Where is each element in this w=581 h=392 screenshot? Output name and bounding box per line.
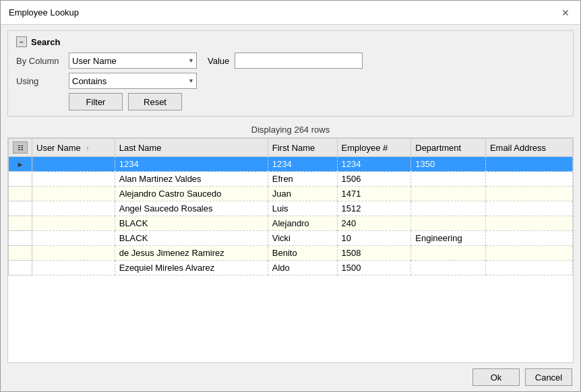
by-column-select[interactable]: User Name Last Name First Name Employee … <box>69 53 197 69</box>
cell-email <box>485 246 572 261</box>
th-firstname-label: First Name <box>272 143 315 153</box>
table-row[interactable]: Alejandro Castro SaucedoJuan1471 <box>9 187 573 201</box>
cell-first_name: Vicki <box>268 231 337 246</box>
table-row[interactable]: Ezequiel Mireles AlvarezAldo1500 <box>9 261 573 275</box>
table-row[interactable]: Alan Martinez ValdesEfren1506 <box>9 172 573 187</box>
filter-button[interactable]: Filter <box>69 93 123 110</box>
th-department[interactable]: Department <box>411 139 486 157</box>
cell-first_name: Luis <box>268 201 337 216</box>
table-container[interactable]: ☷ User Name ↑ Last Name First Name <box>7 137 574 363</box>
cell-email <box>485 172 572 187</box>
reset-button[interactable]: Reset <box>128 93 182 110</box>
cell-first_name: Juan <box>268 187 337 201</box>
th-email[interactable]: Email Address <box>485 139 572 157</box>
close-button[interactable]: ✕ <box>559 6 572 20</box>
cell-last_name: Alejandro Castro Saucedo <box>115 187 268 201</box>
footer: Ok Cancel <box>1 363 580 391</box>
search-section: − Search By Column User Name Last Name F… <box>7 30 574 117</box>
cell-employee_num: 1506 <box>337 172 411 187</box>
cell-last_name: 1234 <box>115 157 268 172</box>
th-department-label: Department <box>415 143 461 153</box>
ok-button[interactable]: Ok <box>472 368 520 386</box>
row-arrow-cell: ► <box>9 157 32 172</box>
cell-employee_num: 1512 <box>337 201 411 216</box>
cell-email <box>485 231 572 246</box>
search-header: − Search <box>16 36 565 47</box>
cell-first_name: 1234 <box>268 157 337 172</box>
cell-employee_num: 1500 <box>337 261 411 275</box>
row-arrow-cell <box>9 201 32 216</box>
collapse-button[interactable]: − <box>16 36 27 47</box>
cell-employee_num: 1471 <box>337 187 411 201</box>
table-row[interactable]: BLACKAlejandro240 <box>9 216 573 231</box>
cell-employee_num: 1234 <box>337 157 411 172</box>
cell-department <box>411 187 486 201</box>
cell-user_name <box>32 201 115 216</box>
employee-table: ☷ User Name ↑ Last Name First Name <box>8 138 573 275</box>
table-row[interactable]: de Jesus Jimenez RamirezBenito1508 <box>9 246 573 261</box>
row-arrow-icon: ► <box>17 160 24 168</box>
value-input[interactable] <box>235 53 363 69</box>
th-username-label: User Name <box>36 143 81 153</box>
table-row[interactable]: BLACKVicki10Engineering <box>9 231 573 246</box>
table-header-row: ☷ User Name ↑ Last Name First Name <box>9 139 573 157</box>
row-arrow-cell <box>9 187 32 201</box>
search-title: Search <box>31 37 60 47</box>
row-arrow-cell <box>9 231 32 246</box>
cell-email <box>485 261 572 275</box>
sort-arrow-icon: ↑ <box>86 145 89 152</box>
cell-department <box>411 261 486 275</box>
cell-user_name <box>32 261 115 275</box>
cell-last_name: BLACK <box>115 231 268 246</box>
cell-first_name: Aldo <box>268 261 337 275</box>
row-arrow-cell <box>9 261 32 275</box>
th-email-label: Email Address <box>490 143 546 153</box>
employee-lookup-dialog: Employee Lookup ✕ − Search By Column Use… <box>0 0 581 392</box>
cancel-button[interactable]: Cancel <box>525 368 572 386</box>
cell-department <box>411 201 486 216</box>
using-select[interactable]: Contains Starts With Equals <box>69 73 197 89</box>
row-arrow-cell <box>9 246 32 261</box>
cell-user_name <box>32 172 115 187</box>
cell-department <box>411 216 486 231</box>
table-row[interactable]: Angel Saucedo RosalesLuis1512 <box>9 201 573 216</box>
cell-user_name <box>32 187 115 201</box>
cell-first_name: Alejandro <box>268 216 337 231</box>
cell-email <box>485 216 572 231</box>
th-lastname[interactable]: Last Name <box>115 139 268 157</box>
value-label: Value <box>208 56 229 66</box>
cell-employee_num: 240 <box>337 216 411 231</box>
cell-last_name: de Jesus Jimenez Ramirez <box>115 246 268 261</box>
cell-first_name: Efren <box>268 172 337 187</box>
row-arrow-cell <box>9 216 32 231</box>
cell-department: Engineering <box>411 231 486 246</box>
th-empnum-label: Employee # <box>342 143 388 153</box>
by-column-select-wrapper: User Name Last Name First Name Employee … <box>69 53 197 69</box>
filter-button-row: Filter Reset <box>69 93 565 110</box>
th-lastname-label: Last Name <box>119 143 162 153</box>
table-row[interactable]: ►1234123412341350 <box>9 157 573 172</box>
th-empnum[interactable]: Employee # <box>337 139 411 157</box>
cell-user_name <box>32 246 115 261</box>
title-bar: Employee Lookup ✕ <box>1 1 580 25</box>
cell-employee_num: 10 <box>337 231 411 246</box>
cell-department: 1350 <box>411 157 486 172</box>
using-row: Using Contains Starts With Equals <box>16 73 565 89</box>
dialog-title: Employee Lookup <box>9 7 79 18</box>
th-username[interactable]: User Name ↑ <box>32 139 115 157</box>
cell-employee_num: 1508 <box>337 246 411 261</box>
th-firstname[interactable]: First Name <box>268 139 337 157</box>
using-select-wrapper: Contains Starts With Equals <box>69 73 197 89</box>
cell-email <box>485 187 572 201</box>
cell-first_name: Benito <box>268 246 337 261</box>
cell-user_name <box>32 216 115 231</box>
by-column-row: By Column User Name Last Name First Name… <box>16 53 565 69</box>
cell-department <box>411 172 486 187</box>
using-label: Using <box>16 76 63 86</box>
cell-department <box>411 246 486 261</box>
row-arrow-cell <box>9 172 32 187</box>
cell-email <box>485 157 572 172</box>
cell-email <box>485 201 572 216</box>
cell-user_name <box>32 231 115 246</box>
th-icon-col: ☷ <box>9 139 32 157</box>
